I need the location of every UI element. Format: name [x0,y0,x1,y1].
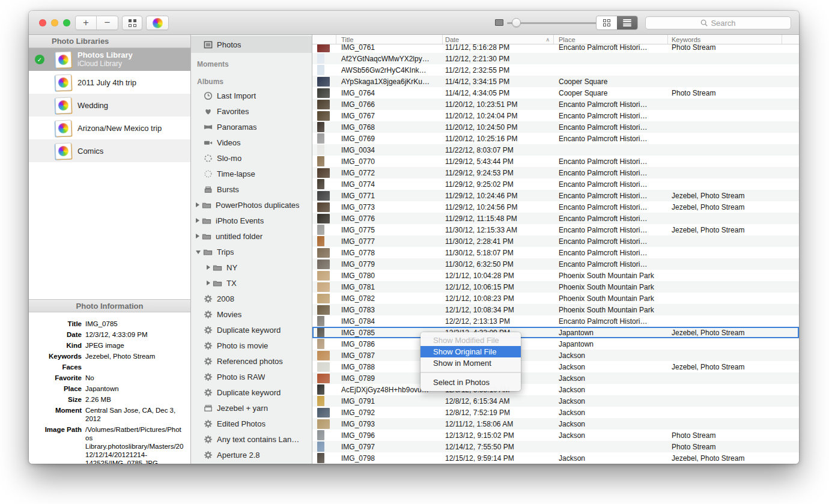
table-header: TitleDate∧PlaceKeywords [312,35,799,44]
table-row[interactable]: IMG_0788JacksonJezebel, Photo Stream [312,361,799,372]
sidebar-item[interactable]: PowerPhotos duplicates [191,197,312,213]
column-header-date[interactable]: Date∧ [443,35,554,44]
remove-library-button[interactable]: − [97,16,118,29]
disclosure-triangle-icon[interactable] [207,265,210,270]
disclosure-triangle-icon[interactable] [196,250,201,254]
search-field[interactable]: Search [645,16,791,29]
sidebar-item[interactable]: Time-lapse [191,166,312,181]
photo-thumbnail [317,111,330,121]
table-row[interactable]: IMG_079212/8/12, 7:52:19 PMJackson [312,407,799,418]
disclosure-triangle-icon[interactable] [207,281,210,285]
library-item[interactable]: 2011 July 4th trip [29,71,190,94]
menu-item-show-original-file[interactable]: Show Original File [421,346,521,357]
sidebar-item[interactable]: Movies [191,306,312,322]
sidebar-item[interactable]: Videos [191,135,312,150]
sidebar-item[interactable]: Trips [191,244,312,260]
menu-item-show-in-moment[interactable]: Show in Moment [421,357,521,369]
table-row[interactable]: AcEjDXjGyz48H+hb9ovu…12/8/12, 5:58:10 AM… [312,384,799,395]
table-row[interactable]: IMG_079112/8/12, 6:15:34 AMJackson [312,395,799,407]
table-row[interactable]: IMG_078312/1/12, 10:08:34 PMPhoenix Sout… [312,304,799,315]
sidebar-item[interactable]: iPhoto Events [191,213,312,228]
sidebar-item[interactable]: Photo is movie [191,338,312,353]
grid-view-button[interactable] [597,16,617,29]
sidebar-item[interactable]: 2008 [191,291,312,306]
table-row[interactable]: AWSb56Gw2rHyC4KInk…11/2/12, 2:32:55 PM [312,64,799,76]
table-row[interactable]: IMG_078212/1/12, 10:08:23 PMPhoenix Sout… [312,293,799,304]
library-item[interactable]: ✓Photos LibraryiCloud Library [29,48,190,71]
column-header-thumbnail[interactable] [312,35,336,44]
table-row[interactable]: IMG_0786Japantown [312,338,799,350]
sidebar-item[interactable]: Photo is RAW [191,369,312,384]
table-row[interactable]: IMG_077211/29/12, 9:24:53 PMEncanto Palm… [312,167,799,178]
table-row[interactable]: IMG_077711/30/12, 2:28:41 PMEncanto Palm… [312,235,799,247]
list-view-button[interactable] [617,16,637,29]
sidebar-item[interactable]: untitled folder [191,228,312,244]
table-row[interactable]: IMG_077911/30/12, 6:32:50 PMEncanto Palm… [312,258,799,270]
menu-item-select-in-photos[interactable]: Select in Photos [421,377,521,388]
toolbar: + − [29,11,799,35]
sidebar-item[interactable]: TX [191,275,312,291]
table-row[interactable]: IMG_003411/22/12, 8:03:07 PM [312,144,799,156]
column-header-place[interactable]: Place [554,35,668,44]
column-header-keywords[interactable]: Keywords [668,35,782,44]
table-row[interactable]: IMG_078512/3/12, 4:33:09 PMJapantownJeze… [312,327,799,338]
sidebar-item[interactable]: Favorites [191,103,312,119]
close-button[interactable] [39,19,46,26]
sidebar-item[interactable]: Bursts [191,181,312,197]
table-row[interactable]: IMG_076711/20/12, 10:24:04 PMEncanto Pal… [312,110,799,121]
table-row[interactable]: IMG_078412/2/12, 2:13:13 PMEncanto Palmc… [312,315,799,327]
slider-knob[interactable] [512,18,521,27]
table-row[interactable]: IMG_077811/30/12, 5:18:07 PMEncanto Palm… [312,247,799,258]
table-row[interactable]: IMG_078112/1/12, 10:06:15 PMPhoenix Sout… [312,281,799,293]
sidebar-item[interactable]: NY [191,260,312,275]
thumbnail-cell [312,248,336,258]
table-row[interactable]: IMG_076411/4/12, 4:34:05 PMCooper Square… [312,87,799,99]
sidebar-item[interactable]: Duplicate keyword [191,384,312,400]
table-row[interactable]: IMG_076111/1/12, 5:16:28 PMEncanto Palmc… [312,44,799,53]
table-row[interactable]: IMG_079312/11/12, 1:58:06 AMJackson [312,418,799,430]
table-row[interactable]: Af2YGtNaqcWMwYX2lpy…11/2/12, 2:21:30 PM [312,53,799,64]
library-browser-button[interactable] [122,16,142,30]
sidebar-item[interactable]: Photos [191,36,312,53]
table-row[interactable]: IMG_078012/1/12, 10:04:28 PMPhoenix Sout… [312,270,799,281]
table-row[interactable]: IMG_0787Jackson [312,350,799,361]
table-row[interactable]: IMG_076811/20/12, 10:24:50 PMEncanto Pal… [312,121,799,133]
sidebar-item[interactable]: Jezebel + yarn [191,400,312,416]
table-row[interactable]: IMG_079612/13/12, 9:15:02 PMJacksonPhoto… [312,430,799,441]
library-item[interactable]: Comics [29,139,190,162]
table-row[interactable]: IMG_079812/15/12, 9:59:14 PMJacksonJezeb… [312,452,799,464]
table-row[interactable]: IMG_076911/20/12, 10:25:16 PMEncanto Pal… [312,133,799,144]
table-row[interactable]: IMG_077411/29/12, 9:25:02 PMEncanto Palm… [312,178,799,190]
table-row[interactable]: IMG_079712/14/12, 7:55:50 PMPhoto Stream [312,441,799,452]
sidebar-item[interactable]: Edited Photos [191,416,312,431]
library-item[interactable]: Wedding [29,94,190,117]
open-in-photos-button[interactable] [146,16,169,30]
minimize-button[interactable] [51,19,58,26]
disclosure-triangle-icon[interactable] [196,202,199,207]
library-item[interactable]: Arizona/New Mexico trip [29,117,190,139]
sidebar-item[interactable]: Referenced photos [191,353,312,369]
sidebar-item[interactable]: Aperture 2.8 [191,447,312,463]
zoom-button[interactable] [63,19,70,26]
table-row[interactable]: IMG_077311/29/12, 10:24:56 PMEncanto Pal… [312,201,799,213]
table-row[interactable]: IMG_077011/29/12, 5:43:44 PMEncanto Palm… [312,156,799,167]
disclosure-triangle-icon[interactable] [196,234,199,238]
slider-track[interactable] [507,22,603,24]
table-row[interactable]: AYpSkaga1X8jgea6jKrKu…11/4/12, 3:34:15 P… [312,76,799,87]
sidebar-item[interactable]: Any text contains Lan… [191,431,312,447]
column-header-title[interactable]: Title [336,35,443,44]
bursts-icon [203,184,213,194]
place-cell: Encanto Palmcroft Histori… [554,249,668,257]
sidebar-item[interactable]: Duplicate keyword [191,322,312,338]
sidebar-item[interactable]: Last Import [191,88,312,103]
table-row[interactable]: IMG_077511/30/12, 12:15:33 AMEncanto Pal… [312,224,799,235]
table-row[interactable]: IMG_076611/20/12, 10:23:51 PMEncanto Pal… [312,99,799,110]
table-row[interactable]: IMG_077111/29/12, 10:24:46 PMEncanto Pal… [312,190,799,201]
sidebar-item[interactable]: Slo-mo [191,150,312,166]
sidebar-item[interactable]: Panoramas [191,119,312,135]
menu-item-show-modified-file[interactable]: Show Modified File [421,335,521,346]
table-row[interactable]: IMG_0789Jackson [312,372,799,384]
table-row[interactable]: IMG_077611/29/12, 11:15:48 PMEncanto Pal… [312,213,799,224]
disclosure-triangle-icon[interactable] [196,218,199,223]
add-library-button[interactable]: + [76,16,97,29]
